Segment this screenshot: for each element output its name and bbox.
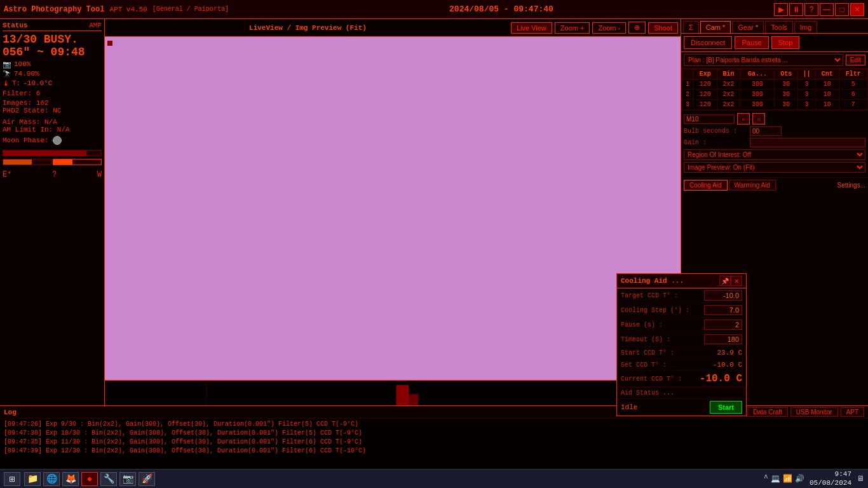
cooling-step-input[interactable] [704, 305, 742, 315]
air-mass-row: Air Mass: N/A [3, 118, 102, 126]
cell-fltr: 5 [839, 79, 867, 90]
target-button[interactable]: ⊕ [628, 22, 646, 34]
pause-button[interactable]: ⏸ [789, 3, 803, 16]
usb-monitor-button[interactable]: USB Monitor [790, 407, 838, 417]
live-view-button[interactable]: Live View [511, 22, 552, 34]
am-limit-row: AM Limit In: N/A [3, 126, 102, 133]
log-entry: [09:47:35] Exp 11/30 : Bin(2x2), Gain(30… [4, 438, 864, 447]
minimize-button[interactable]: — [820, 3, 834, 16]
shoot-button[interactable]: Shoot [648, 22, 678, 34]
liveview-title: LiveView / Img Preview (Fit) [107, 24, 508, 32]
temp-status-row: 🌡 T: -10.0°C [3, 79, 102, 88]
app-name: Astro Photography Tool [4, 5, 104, 14]
region-select[interactable]: Region Of Interest: Off [684, 149, 865, 160]
bottom-right-tabs: Cooling Aid Warming Aid Settings... [681, 177, 868, 193]
timeout-row: Timeout (S) : [617, 332, 746, 347]
zoom-minus-button[interactable]: Zoom - [592, 22, 626, 34]
cooling-action-row: Idle Start [617, 398, 746, 416]
sequence-table: Exp Bin Ga... Ots || Cnt Fltr 11202x2300… [681, 69, 868, 110]
cell-exp: 120 [694, 100, 717, 110]
col-pause: || [798, 69, 816, 79]
settings-link[interactable]: Settings... [837, 180, 865, 191]
status-header: Status AMF [3, 22, 102, 31]
close-button[interactable]: ✕ [850, 3, 864, 16]
col-gain: Ga... [740, 69, 775, 79]
help-button[interactable]: ? [804, 3, 818, 16]
image-preview[interactable] [105, 37, 681, 380]
tab-gear[interactable]: Gear [732, 21, 764, 33]
target-ccd-input[interactable] [704, 290, 742, 301]
progress-section [3, 150, 102, 166]
taskbar-app-rocket[interactable]: 🚀 [139, 472, 155, 486]
title-bar: Astro Photography Tool APT v4.50 [Genera… [0, 0, 868, 19]
start-cooling-button[interactable]: Start [710, 401, 742, 414]
m10-input[interactable] [684, 114, 735, 124]
tab-img[interactable]: Img [794, 21, 817, 33]
timeout-input[interactable] [704, 334, 742, 344]
start-menu-button[interactable]: ⊞ [4, 472, 20, 486]
pause-input[interactable] [704, 320, 742, 330]
temp-label: T: [12, 79, 20, 87]
am-limit-label: AM Limit In: N/A [3, 126, 70, 133]
table-row: 11202x2300303105 [682, 79, 868, 90]
progress-bar-2a [3, 159, 51, 165]
tab-cam[interactable]: Cam [700, 21, 731, 33]
set-ccd-label: Set CCD T° : [621, 362, 710, 369]
taskbar-time-display: 9:47 [810, 470, 851, 478]
col-bin: Bin [717, 69, 740, 79]
stop-button[interactable]: Stop [771, 36, 800, 49]
filter-row: Filter: 6 [3, 90, 102, 97]
start-ccd-row: Start CCD T° : 23.9 C [617, 347, 746, 359]
dir-w: W [97, 170, 102, 179]
notification-area[interactable]: 🖥 [857, 474, 864, 484]
cell-cnt: 10 [815, 90, 839, 100]
taskbar-app-folder[interactable]: 📁 [24, 472, 41, 486]
cooling-close-button[interactable]: ✕ [731, 276, 742, 286]
edit-plan-button[interactable]: Edit [846, 55, 865, 65]
temp-val: -10.0°C [23, 79, 52, 87]
dir-q: ? [52, 170, 57, 179]
col-fltr: Fltr [839, 69, 867, 79]
zoom-plus-button[interactable]: Zoom + [555, 22, 590, 34]
circle-btn-1[interactable]: ○ [737, 113, 750, 125]
camera-status-row: 📷 100% [3, 60, 102, 69]
play-button[interactable]: ▶ [774, 3, 788, 16]
camera-val: 100% [14, 60, 31, 68]
taskbar-app-circle[interactable]: ● [81, 472, 98, 486]
progress-bar-1 [3, 150, 102, 156]
cooling-aid-tab[interactable]: Cooling Aid [684, 180, 728, 191]
cooling-aid-header: Cooling Aid ... 📌 ✕ [617, 274, 746, 288]
cooling-pin-button[interactable]: 📌 [719, 276, 731, 286]
col-cnt: Cnt [815, 69, 839, 79]
liveview-toolbar: LiveView / Img Preview (Fit) Live View Z… [105, 19, 681, 37]
maximize-button[interactable]: □ [835, 3, 849, 16]
cell-bin: 2x2 [717, 100, 740, 110]
warming-aid-tab[interactable]: Warming Aid [729, 180, 776, 191]
cell-fltr: 7 [839, 100, 867, 110]
pause-button-right[interactable]: Pause [735, 36, 768, 49]
cooling-step-row: Cooling Step (°) : [617, 303, 746, 318]
disconnect-button[interactable]: Disconnect [684, 36, 732, 49]
taskbar-app-browser[interactable]: 🌐 [43, 472, 60, 486]
dir-e: E* [3, 170, 11, 179]
gain-input[interactable] [750, 138, 865, 147]
taskbar-app-camera[interactable]: 📷 [119, 472, 136, 486]
temp-icon: 🌡 [3, 79, 10, 88]
circle-btn-2[interactable]: ○ [752, 113, 765, 125]
current-ccd-label: Current CCD T° : [621, 376, 698, 383]
plan-select[interactable]: Plan : [B] Paiporta Banda estreta ... [684, 54, 843, 66]
apt-log-button[interactable]: APT [841, 407, 864, 417]
table-header-row: Exp Bin Ga... Ots || Cnt Fltr [682, 69, 868, 79]
bulb-input[interactable] [750, 126, 782, 136]
imgpreview-select[interactable]: Image Preview: On (Fit) [684, 162, 865, 173]
taskbar-app-firefox[interactable]: 🦊 [62, 472, 79, 486]
cell-num: 2 [682, 90, 694, 100]
progress-fill-2b [53, 159, 72, 165]
data-craft-button[interactable]: Data Craft [747, 407, 788, 417]
tab-sigma[interactable]: Σ [683, 21, 699, 33]
phd2-row: PHD2 State: NC [3, 107, 102, 114]
taskbar-app-tool[interactable]: 🔧 [100, 472, 117, 486]
datetime-display: 2024/08/05 - 09:47:40 [449, 4, 553, 14]
tab-tools[interactable]: Tools [765, 21, 793, 33]
progress-fill-1 [3, 151, 86, 156]
